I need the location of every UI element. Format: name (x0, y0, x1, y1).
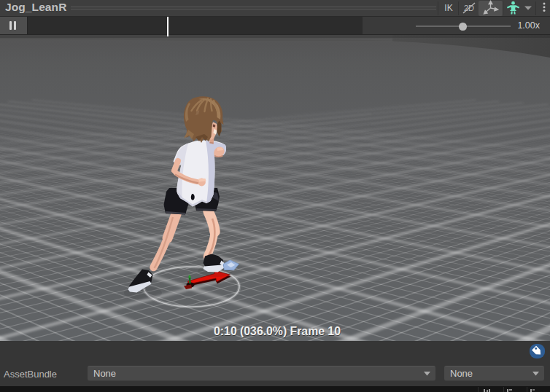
svg-text:0:10 (036.0%) Frame 10: 0:10 (036.0%) Frame 10 (214, 325, 341, 337)
